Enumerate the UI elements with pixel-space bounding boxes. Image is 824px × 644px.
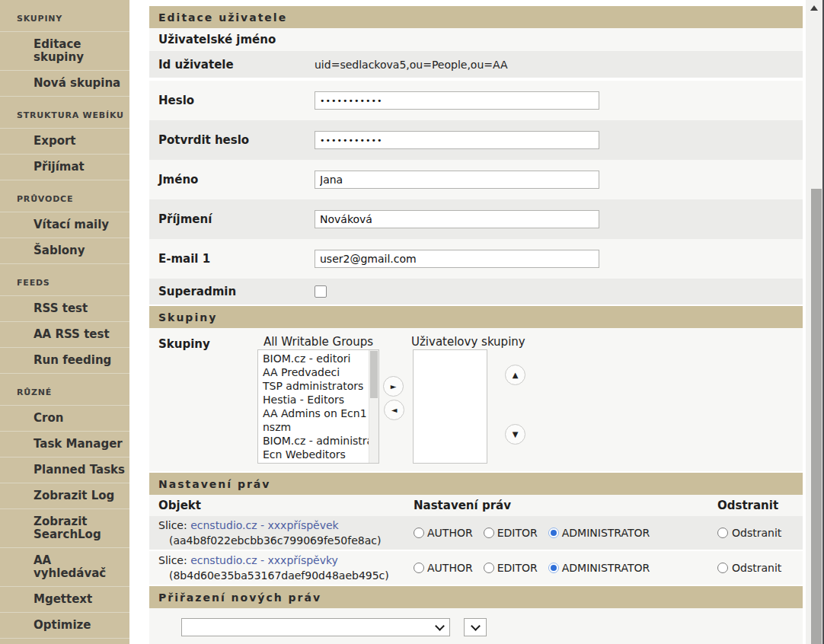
slice-link[interactable]: ecnstudio.cz - xxxpříspěvek xyxy=(190,519,339,531)
administrator-radio[interactable] xyxy=(548,528,559,538)
scroll-up-icon[interactable] xyxy=(810,5,818,11)
editor-radio-label: EDITOR xyxy=(497,527,538,539)
table-row: Slice: ecnstudio.cz - xxxpříspěvky (8b4d… xyxy=(149,551,803,585)
password-label: Heslo xyxy=(158,94,315,107)
remove-radio[interactable] xyxy=(717,528,728,538)
sidebar-item-prijimat[interactable]: Přijímat xyxy=(0,155,129,180)
available-groups-listbox[interactable]: BIOM.cz - editori AA Predvadeci TSP admi… xyxy=(257,349,379,464)
editor-radio[interactable] xyxy=(484,528,494,538)
sidebar-section-ruzne: RŮZNÉ xyxy=(0,374,129,406)
last-name-label: Příjmení xyxy=(158,212,315,226)
new-rights-row xyxy=(149,608,803,644)
user-groups-title: Uživatelovy skupiny xyxy=(411,335,525,349)
superadmin-label: Superadmin xyxy=(158,285,315,298)
arrow-down-icon: ▼ xyxy=(513,430,519,438)
remove-radio-label: Odstranit xyxy=(732,562,781,574)
rights-table-header: Objekt Nastavení práv Odstranit xyxy=(149,495,803,516)
first-name-input[interactable] xyxy=(315,171,599,189)
confirm-password-input[interactable] xyxy=(315,131,599,149)
sidebar-item-vitaci-maily[interactable]: Vítací maily xyxy=(0,212,129,238)
email-input[interactable] xyxy=(315,250,599,268)
column-header-object: Objekt xyxy=(149,499,414,512)
rights-section-title: Nastavení práv xyxy=(149,473,803,495)
sidebar-item-mgettext[interactable]: Mgettext xyxy=(0,587,129,613)
password-input[interactable] xyxy=(315,91,599,110)
administrator-radio-label: ADMINISTRATOR xyxy=(562,562,650,574)
main-content: Editace uživatele Uživatelské jméno Id u… xyxy=(149,6,803,644)
sidebar-item-run-feeding[interactable]: Run feeding xyxy=(0,348,129,374)
sidebar-item-zobrazit-searchlog[interactable]: Zobrazit SearchLog xyxy=(0,509,129,548)
list-item[interactable]: BIOM.cz - administratori xyxy=(258,434,367,448)
list-item[interactable]: TSP administrators xyxy=(258,379,367,393)
list-item[interactable]: nszm xyxy=(258,420,367,434)
author-radio-label: AUTHOR xyxy=(427,527,473,539)
sidebar-item-sablony[interactable]: Šablony xyxy=(0,238,129,264)
sidebar-section-pruvodce: PRŮVODCE xyxy=(0,180,129,212)
level-select[interactable] xyxy=(464,618,487,636)
administrator-radio[interactable] xyxy=(548,563,559,573)
editor-radio-label: EDITOR xyxy=(497,562,538,574)
table-row: Slice: ecnstudio.cz - xxxpříspěvek (aa4b… xyxy=(149,516,803,550)
editor-radio[interactable] xyxy=(484,563,494,573)
column-header-rights: Nastavení práv xyxy=(414,499,717,512)
sidebar-item-planned-tasks[interactable]: Planned Tasks xyxy=(0,457,129,483)
page-title: Editace uživatele xyxy=(149,6,803,28)
slice-link[interactable]: ecnstudio.cz - xxxpříspěvky xyxy=(190,554,338,566)
author-radio[interactable] xyxy=(414,563,424,573)
sidebar-item-zobrazit-log[interactable]: Zobrazit Log xyxy=(0,483,129,509)
sidebar: SKUPINY Editace skupiny Nová skupina STR… xyxy=(0,0,129,644)
confirm-password-row: Potvrdit heslo xyxy=(149,120,803,160)
move-left-button[interactable]: ◄ xyxy=(384,400,404,420)
author-radio[interactable] xyxy=(414,528,424,538)
sidebar-item-cron[interactable]: Cron xyxy=(0,406,129,432)
sidebar-item-editace-skupiny[interactable]: Editace skupiny xyxy=(0,32,129,71)
sidebar-item-nova-skupina[interactable]: Nová skupina xyxy=(0,71,129,97)
sidebar-item-history[interactable]: History xyxy=(0,639,129,644)
slice-prefix: Slice: xyxy=(158,554,187,566)
move-right-button[interactable]: ► xyxy=(383,376,404,397)
remove-radio[interactable] xyxy=(717,563,728,573)
remove-radio-label: Odstranit xyxy=(732,527,781,539)
email-label: E-mail 1 xyxy=(158,252,315,266)
list-item[interactable]: AA Admins on Ecn1 xyxy=(258,406,367,420)
scrollbar-thumb[interactable] xyxy=(811,189,822,644)
groups-section-title: Skupiny xyxy=(149,306,803,328)
slice-select[interactable] xyxy=(181,618,450,636)
chevron-down-icon xyxy=(435,621,445,631)
user-id-row: Id uživatele uid=sedlackova5,ou=People,o… xyxy=(149,51,803,78)
sidebar-section-struktura-webiku: STRUKTURA WEBÍKU xyxy=(0,97,129,129)
administrator-radio-label: ADMINISTRATOR xyxy=(562,527,650,539)
sidebar-item-export[interactable]: Export xyxy=(0,129,129,155)
arrow-right-icon: ► xyxy=(391,382,397,391)
sidebar-item-task-manager[interactable]: Task Manager xyxy=(0,432,129,457)
move-down-button[interactable]: ▼ xyxy=(505,424,525,445)
sidebar-item-aa-vyhledavac[interactable]: AA vyhledávač xyxy=(0,548,129,587)
sidebar-section-skupiny: SKUPINY xyxy=(0,0,129,32)
email-row: E-mail 1 xyxy=(149,239,803,279)
slice-prefix: Slice: xyxy=(158,519,187,531)
superadmin-checkbox[interactable] xyxy=(315,285,327,298)
listbox-scrollbar-thumb[interactable] xyxy=(370,351,378,398)
user-id-value: uid=sedlackova5,ou=People,ou=AA xyxy=(315,59,508,71)
list-item[interactable]: AA Predvadeci xyxy=(258,365,367,379)
last-name-row: Příjmení xyxy=(149,199,803,239)
move-up-button[interactable]: ▲ xyxy=(505,365,525,385)
arrow-up-icon: ▲ xyxy=(513,371,519,379)
first-name-row: Jméno xyxy=(149,160,803,199)
username-row: Uživatelské jméno xyxy=(149,28,803,51)
sidebar-item-optimize[interactable]: Optimize xyxy=(0,613,129,639)
sidebar-item-rss-test[interactable]: RSS test xyxy=(0,296,129,322)
username-label: Uživatelské jméno xyxy=(158,33,315,46)
list-item[interactable]: Hestia - Editors xyxy=(258,393,367,406)
list-item[interactable]: BIOM.cz - editori xyxy=(258,352,367,365)
last-name-input[interactable] xyxy=(315,210,599,228)
new-rights-section-title: Přiřazení nových práv xyxy=(149,586,803,608)
first-name-label: Jméno xyxy=(158,173,315,187)
user-id-label: Id uživatele xyxy=(158,58,315,72)
sidebar-item-aa-rss-test[interactable]: AA RSS test xyxy=(0,322,129,348)
superadmin-row: Superadmin xyxy=(149,279,803,304)
listbox-scrollbar[interactable] xyxy=(369,350,378,463)
list-item[interactable]: Ecn Webeditors xyxy=(258,448,367,461)
user-groups-listbox[interactable] xyxy=(413,349,487,464)
available-groups-title: All Writable Groups xyxy=(257,335,379,349)
